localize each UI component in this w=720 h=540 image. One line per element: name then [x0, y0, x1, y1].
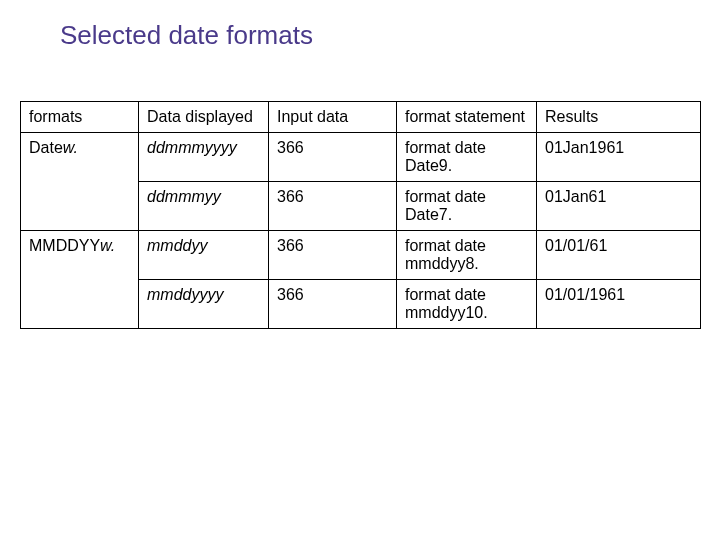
cell-result: 01Jan1961: [537, 133, 701, 182]
cell-format: MMDDYYw.: [21, 231, 139, 329]
header-input: Input data: [269, 102, 397, 133]
cell-result: 01Jan61: [537, 182, 701, 231]
cell-result: 01/01/61: [537, 231, 701, 280]
page-title: Selected date formats: [60, 20, 700, 51]
cell-display: mmddyyyy: [139, 280, 269, 329]
cell-input: 366: [269, 231, 397, 280]
format-suffix: w.: [63, 139, 78, 156]
table-row: Datew. ddmmmyyyy 366 format date Date9. …: [21, 133, 701, 182]
cell-input: 366: [269, 182, 397, 231]
cell-format: Datew.: [21, 133, 139, 231]
format-prefix: Date: [29, 139, 63, 156]
cell-display: mmddyy: [139, 231, 269, 280]
header-results: Results: [537, 102, 701, 133]
cell-input: 366: [269, 133, 397, 182]
header-display: Data displayed: [139, 102, 269, 133]
format-suffix: w.: [100, 237, 115, 254]
cell-input: 366: [269, 280, 397, 329]
formats-table: formats Data displayed Input data format…: [20, 101, 701, 329]
header-stmt: format statement: [397, 102, 537, 133]
cell-result: 01/01/1961: [537, 280, 701, 329]
cell-stmt: format date Date9.: [397, 133, 537, 182]
cell-stmt: format date Date7.: [397, 182, 537, 231]
header-formats: formats: [21, 102, 139, 133]
table-header-row: formats Data displayed Input data format…: [21, 102, 701, 133]
cell-stmt: format date mmddyy10.: [397, 280, 537, 329]
table-row: MMDDYYw. mmddyy 366 format date mmddyy8.…: [21, 231, 701, 280]
cell-stmt: format date mmddyy8.: [397, 231, 537, 280]
cell-display: ddmmmyyyy: [139, 133, 269, 182]
cell-display: ddmmmyy: [139, 182, 269, 231]
format-prefix: MMDDYY: [29, 237, 100, 254]
